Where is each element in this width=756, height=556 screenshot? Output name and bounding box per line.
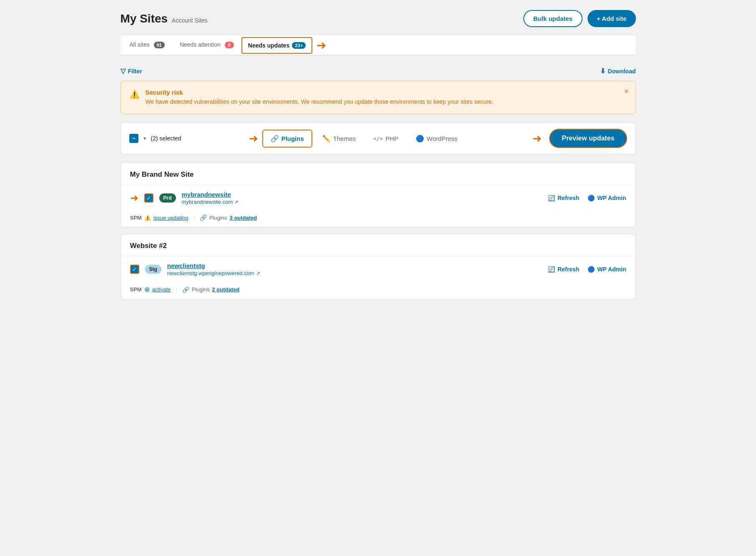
alert-content: Security risk We have detected vulnerabi… — [146, 89, 493, 106]
wp-admin-icon-prd: 🔵 — [588, 195, 595, 201]
env-checkbox-stg[interactable]: ✓ — [130, 265, 139, 274]
refresh-icon-stg: 🔄 — [548, 266, 555, 273]
meta-divider-prd: | — [193, 215, 195, 221]
site-card-header-website2: Website #2 — [121, 234, 635, 256]
site-actions-prd: 🔄 Refresh 🔵 WP Admin — [548, 195, 626, 201]
site-env-row-stg: ✓ Stg newclientstg newclientstg.wpengine… — [121, 256, 635, 282]
tabs-row: All sites 91 Needs attention 0 Needs upd… — [121, 35, 636, 55]
arrow-plugins: ➜ — [249, 132, 258, 145]
site-env-name-stg[interactable]: newclientstg — [167, 262, 260, 269]
arrow-checkbox-prd: ➜ — [130, 192, 138, 204]
refresh-button-prd[interactable]: 🔄 Refresh — [548, 195, 579, 201]
wp-admin-button-prd[interactable]: 🔵 WP Admin — [588, 195, 626, 201]
site-meta-row-prd: SPM ⚠️ issue updating | 🔗 Plugins 3 outd… — [121, 211, 635, 227]
wordpress-icon: 🔵 — [416, 135, 424, 143]
refresh-button-stg[interactable]: 🔄 Refresh — [548, 266, 579, 273]
checkbox-dropdown-chevron[interactable]: ▾ — [143, 135, 146, 141]
filter-icon: ▽ — [121, 67, 126, 75]
site-card-website2: Website #2 ✓ Stg newclientstg newclients… — [121, 234, 636, 300]
alert-title: Security risk — [146, 89, 493, 96]
spm-warning-icon-prd: ⚠️ — [144, 215, 151, 221]
site-env-name-prd[interactable]: mybrandnewsite — [182, 191, 239, 198]
bulk-updates-button[interactable]: Bulk updates — [523, 10, 583, 27]
page-title: My Sites — [121, 12, 168, 25]
site-actions-stg: 🔄 Refresh 🔵 WP Admin — [548, 266, 626, 273]
plugins-outdated-stg[interactable]: 2 outdated — [212, 286, 240, 293]
toolbar-tabs: ➜ 🔗 Plugins ✏️ Themes </> PHP 🔵 WordPres… — [186, 130, 528, 148]
alert-body: We have detected vulnerabilities on your… — [146, 98, 493, 106]
filter-row: ▽ Filter ⬇ Download — [121, 63, 636, 81]
external-link-icon-prd: ↗ — [234, 199, 239, 205]
alert-close-button[interactable]: × — [624, 87, 629, 96]
refresh-icon-prd: 🔄 — [548, 195, 555, 201]
plugins-label-prd: Plugins — [209, 215, 227, 221]
download-icon: ⬇ — [600, 67, 605, 75]
preview-updates-button[interactable]: Preview updates — [549, 129, 627, 148]
spm-label-prd: SPM — [130, 215, 142, 221]
arrow-needs-updates: ➔ — [316, 38, 326, 52]
site-card-mybrandnewsite: My Brand New Site ➜ ✓ Prd mybrandnewsite… — [121, 163, 636, 227]
php-icon: </> — [373, 135, 383, 142]
filter-button[interactable]: ▽ Filter — [121, 67, 142, 75]
download-button[interactable]: ⬇ Download — [600, 67, 636, 75]
toolbar-tab-wordpress[interactable]: 🔵 WordPress — [408, 130, 465, 147]
security-alert-banner: ⚠️ Security risk We have detected vulner… — [121, 81, 636, 114]
plugins-icon-prd: 🔗 — [200, 214, 207, 221]
tab-needs-updates[interactable]: Needs updates 23+ — [241, 37, 312, 54]
wp-admin-icon-stg: 🔵 — [588, 266, 595, 273]
plugins-label-stg: Plugins — [192, 286, 210, 293]
wp-admin-button-stg[interactable]: 🔵 WP Admin — [588, 266, 626, 273]
all-sites-badge: 91 — [154, 42, 165, 48]
page-title-area: My Sites Account Sites — [121, 12, 208, 25]
deselect-all-checkbox[interactable]: − — [129, 134, 138, 143]
selected-count: (2) selected — [151, 135, 181, 142]
meta-divider-stg: | — [176, 286, 177, 293]
env-badge-stg: Stg — [145, 265, 161, 274]
env-badge-prd: Prd — [159, 193, 176, 203]
env-checkbox-prd[interactable]: ✓ — [144, 193, 153, 203]
toolbar-tab-php[interactable]: </> PHP — [366, 131, 406, 146]
needs-updates-badge: 23+ — [292, 42, 306, 49]
site-meta-row-stg: SPM ⊕ activate | 🔗 Plugins 2 outdated — [121, 282, 635, 299]
site-env-url-prd[interactable]: mybrandnewsite.com ↗ — [182, 199, 239, 205]
site-link-area-stg: newclientstg newclientstg.wpenginepowere… — [167, 262, 260, 276]
spm-label-stg: SPM — [130, 286, 142, 293]
tab-all-sites[interactable]: All sites 91 — [122, 35, 172, 55]
themes-icon: ✏️ — [322, 135, 331, 143]
spm-plus-icon-stg: ⊕ — [144, 286, 150, 293]
site-env-row-prd: ➜ ✓ Prd mybrandnewsite mybrandnewsite.co… — [121, 185, 635, 211]
site-env-url-stg[interactable]: newclientstg.wpenginepowered.com ↗ — [167, 270, 260, 276]
header-actions: Bulk updates + Add site — [523, 10, 636, 27]
arrow-preview-updates: ➜ — [532, 132, 542, 145]
external-link-icon-stg: ↗ — [256, 270, 260, 276]
spm-issue-text-prd[interactable]: issue updating — [153, 215, 188, 221]
plugins-outdated-prd[interactable]: 3 outdated — [230, 215, 257, 221]
page-breadcrumb: Account Sites — [172, 17, 208, 24]
alert-triangle-icon: ⚠️ — [129, 89, 140, 99]
toolbar-tab-plugins[interactable]: 🔗 Plugins — [262, 130, 312, 148]
add-site-button[interactable]: + Add site — [588, 10, 636, 27]
spm-activate-stg[interactable]: activate — [152, 286, 171, 293]
plugins-icon: 🔗 — [271, 135, 279, 143]
site-link-area-prd: mybrandnewsite mybrandnewsite.com ↗ — [182, 191, 239, 205]
toolbar-tab-themes[interactable]: ✏️ Themes — [315, 130, 363, 147]
tab-needs-attention[interactable]: Needs attention 0 — [172, 35, 241, 55]
plugins-icon-stg: 🔗 — [182, 286, 189, 293]
page-header: My Sites Account Sites Bulk updates + Ad… — [121, 10, 636, 27]
site-card-header-mybrandnewsite: My Brand New Site — [121, 163, 635, 185]
site-name-website2: Website #2 — [130, 242, 167, 250]
site-name-mybrandnewsite: My Brand New Site — [130, 170, 194, 178]
selection-toolbar: − ▾ (2) selected ➜ 🔗 Plugins ✏️ Themes <… — [121, 123, 636, 154]
needs-attention-badge: 0 — [225, 42, 234, 48]
